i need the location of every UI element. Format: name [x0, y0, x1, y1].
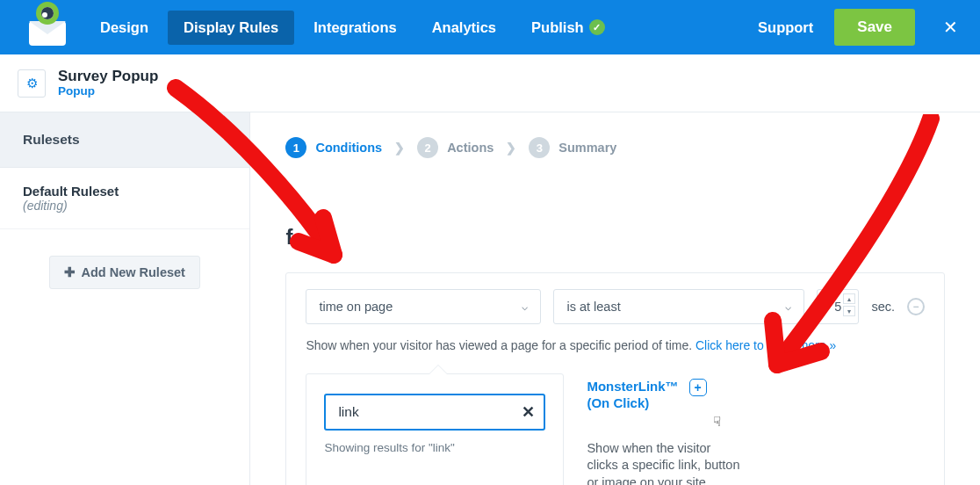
- step-label: Actions: [447, 141, 494, 155]
- tab-display-rules[interactable]: Display Rules: [168, 11, 294, 45]
- brand-logo[interactable]: [11, 7, 84, 47]
- operator-select[interactable]: is at least ⌵: [553, 289, 804, 324]
- chevron-right-icon: ❯: [394, 141, 405, 155]
- rule-card: time on page ⌵ is at least ⌵ 5 ▴ ▾ sec. …: [285, 272, 945, 485]
- value-text: 5: [834, 300, 841, 314]
- tab-design[interactable]: Design: [84, 11, 164, 45]
- tab-label: Display Rules: [184, 19, 278, 36]
- step-number: 1: [285, 137, 306, 158]
- chevron-down-icon: ⌵: [785, 300, 791, 313]
- tab-analytics[interactable]: Analytics: [416, 11, 512, 45]
- condition-select[interactable]: time on page ⌵: [306, 289, 541, 324]
- step-number: 2: [417, 137, 438, 158]
- condition-dropdown-panel: ✕ Showing results for "link" Popular: [306, 373, 564, 485]
- minus-icon: −: [912, 300, 919, 313]
- option-title: MonsterLink™ (On Click): [587, 379, 678, 412]
- step-number: 3: [529, 137, 550, 158]
- search-box: ✕: [324, 394, 545, 431]
- option-title-line1: MonsterLink™: [587, 379, 678, 394]
- add-ruleset-label: Add New Ruleset: [81, 265, 184, 279]
- learn-more-link[interactable]: Click here to learn more »: [695, 338, 836, 352]
- sidebar: Rulesets Default Ruleset (editing) ✚ Add…: [0, 112, 250, 485]
- cursor-pointer-icon: ☟: [713, 414, 868, 430]
- step-label: Conditions: [315, 141, 382, 155]
- value-input[interactable]: 5 ▴ ▾: [817, 289, 859, 324]
- option-monsterlink: MonsterLink™ (On Click) + ☟ Show when th…: [587, 379, 741, 485]
- results-label: Showing results for "link": [324, 441, 545, 454]
- save-button[interactable]: Save: [834, 9, 915, 46]
- tab-label: Design: [100, 19, 148, 36]
- rule-help-text: Show when your visitor has viewed a page…: [306, 338, 925, 352]
- campaign-title: Survey Popup: [58, 69, 158, 85]
- nav-tabs: Design Display Rules Integrations Analyt…: [84, 11, 621, 45]
- close-icon: ✕: [943, 17, 958, 38]
- campaign-type: Popup: [58, 84, 158, 98]
- wizard-steps: 1 Conditions ❯ 2 Actions ❯ 3 Summary: [285, 137, 945, 158]
- sidebar-header: Rulesets: [0, 112, 249, 168]
- select-value: time on page: [319, 300, 393, 314]
- step-up-button[interactable]: ▴: [843, 293, 855, 304]
- option-title-line2: (On Click): [587, 395, 649, 410]
- step-summary[interactable]: 3 Summary: [529, 137, 616, 158]
- remove-rule-button[interactable]: −: [907, 298, 925, 315]
- sidebar-item-default-ruleset[interactable]: Default Ruleset (editing): [0, 168, 249, 229]
- section-title-fragment: f...: [285, 225, 945, 250]
- step-actions[interactable]: 2 Actions: [417, 137, 494, 158]
- tab-label: Integrations: [313, 19, 396, 36]
- check-icon: ✓: [589, 19, 605, 35]
- tab-label: Analytics: [432, 19, 496, 36]
- number-spinner: ▴ ▾: [843, 293, 855, 316]
- search-input[interactable]: [338, 404, 522, 420]
- add-ruleset-button[interactable]: ✚ Add New Ruleset: [49, 256, 199, 289]
- ruleset-state: (editing): [23, 199, 227, 213]
- step-conditions[interactable]: 1 Conditions: [285, 137, 382, 158]
- tab-integrations[interactable]: Integrations: [298, 11, 412, 45]
- clear-search-button[interactable]: ✕: [522, 402, 535, 422]
- unit-label: sec.: [871, 300, 895, 314]
- option-description: Show when the visitor clicks a specific …: [587, 440, 741, 486]
- plus-icon: ✚: [64, 265, 76, 279]
- tab-label: Publish: [531, 19, 584, 36]
- rule-row: time on page ⌵ is at least ⌵ 5 ▴ ▾ sec. …: [306, 289, 925, 324]
- step-down-button[interactable]: ▾: [843, 306, 855, 316]
- gear-icon: ⚙: [26, 76, 38, 91]
- chevron-down-icon: ⌵: [522, 300, 528, 313]
- step-label: Summary: [558, 141, 616, 155]
- settings-button[interactable]: ⚙: [18, 69, 46, 98]
- close-button[interactable]: ✕: [931, 8, 969, 47]
- help-text: Show when your visitor has viewed a page…: [306, 338, 695, 352]
- content-area: 1 Conditions ❯ 2 Actions ❯ 3 Summary f..…: [250, 112, 980, 485]
- tab-publish[interactable]: Publish ✓: [515, 11, 621, 45]
- add-option-button[interactable]: +: [689, 379, 707, 396]
- top-nav: Design Display Rules Integrations Analyt…: [0, 0, 980, 54]
- campaign-header: ⚙ Survey Popup Popup: [0, 54, 980, 112]
- select-value: is at least: [566, 300, 620, 314]
- ruleset-name: Default Ruleset: [23, 184, 227, 199]
- chevron-right-icon: ❯: [506, 141, 516, 155]
- support-button[interactable]: Support: [744, 11, 827, 45]
